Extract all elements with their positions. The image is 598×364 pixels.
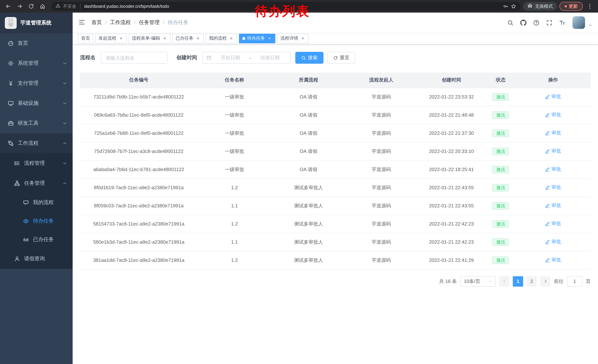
sidebar-item-done-tasks[interactable]: 已办任务 (0, 230, 73, 249)
cell-status: 激活 (486, 88, 515, 106)
approve-link[interactable]: 审批 (545, 202, 561, 209)
browser-reload-button[interactable] (27, 2, 36, 11)
goto-page-input[interactable] (567, 276, 582, 286)
sidebar-item-payment-management[interactable]: 支付管理 (0, 73, 73, 93)
incognito-label: 无痕模式 (535, 3, 553, 9)
edit-icon (545, 149, 550, 154)
cell-task-id: 58154733-7ac8-11ec-a9e2-a2380e71991a (80, 215, 198, 233)
monitor-icon (8, 100, 14, 106)
sidebar-item-infrastructure[interactable]: 基础设施 (0, 93, 73, 113)
status-badge: 激活 (493, 147, 509, 155)
page-button-1[interactable]: 1 (513, 276, 523, 286)
tab-done-tasks[interactable]: 已办任务 (172, 33, 204, 43)
font-size-icon[interactable] (557, 17, 567, 28)
update-button[interactable]: 更新 (559, 2, 583, 11)
approve-link[interactable]: 审批 (545, 148, 561, 155)
sidebar-item-todo-tasks[interactable]: 待办任务 (0, 212, 73, 230)
cell-task-name: 一级审批 (198, 160, 272, 178)
avatar[interactable] (573, 16, 585, 29)
cell-created-time: 2022-01-21 22:41:29 (417, 251, 486, 269)
yen-icon (8, 80, 14, 87)
breadcrumb-separator: / (134, 20, 136, 25)
sidebar-item-task-management[interactable]: 任务管理 (0, 173, 73, 193)
approve-link[interactable]: 审批 (545, 220, 561, 227)
sidebar-item-system-management[interactable]: 系统管理 (0, 53, 73, 73)
key-icon[interactable] (503, 4, 508, 9)
browser-back-button[interactable] (4, 2, 13, 11)
cell-task-id: 580e1b3d-7ac8-11ec-a9e2-a2380e71991a (80, 233, 198, 251)
sidebar-item-leave-query[interactable]: 请假查询 (0, 249, 73, 269)
column-header-initiator: 流程发起人 (346, 73, 417, 88)
cell-initiator: 芋道源码 (346, 233, 417, 251)
approve-link[interactable]: 审批 (545, 239, 561, 245)
sidebar-item-workflow[interactable]: 工作流程 (0, 133, 73, 153)
approve-link[interactable]: 审批 (545, 257, 561, 263)
sidebar-item-label: 系统管理 (18, 60, 39, 67)
sidebar-item-dev-tools[interactable]: 研发工具 (0, 113, 73, 133)
github-icon[interactable] (518, 17, 528, 28)
close-icon[interactable] (195, 36, 200, 41)
annotation-text: 待办列表 (255, 3, 310, 20)
cell-task-id: 069c6a63-7b8a-11ec-8ef0-acde48001122 (80, 106, 198, 124)
breadcrumb-item[interactable]: 任务管理 (139, 19, 160, 26)
close-icon[interactable] (229, 36, 234, 41)
breadcrumb-item[interactable]: 首页 (91, 19, 102, 26)
process-name-input[interactable] (101, 52, 167, 64)
search-icon[interactable] (505, 17, 515, 28)
help-icon[interactable] (531, 17, 541, 28)
approve-link[interactable]: 审批 (545, 112, 561, 118)
sidebar-menu: 首页系统管理支付管理基础设施研发工具工作流程流程管理任务管理我的流程待办任务已办… (0, 33, 73, 269)
edit-icon (545, 203, 550, 208)
tab-todo-tasks[interactable]: 待办任务 (239, 33, 275, 43)
next-page-button[interactable] (540, 276, 551, 286)
chevron-down-icon (63, 121, 67, 126)
table-row: 381aa1dd-7ac8-11ec-a9e2-a2380e71991a1.2测… (80, 251, 590, 269)
page-size-select[interactable]: 10条/页 (460, 276, 496, 286)
sidebar-item-label: 工作流程 (18, 140, 39, 147)
close-icon[interactable] (118, 36, 123, 41)
sidebar-item-process-management[interactable]: 流程管理 (0, 153, 73, 173)
person-icon (14, 256, 20, 262)
tab-my-process[interactable]: 我的流程 (206, 33, 237, 43)
cell-task-id: 8f0d1619-7ac8-11ec-a9e2-a2380e71991a (80, 178, 198, 197)
sidebar-item-label: 我的流程 (33, 199, 54, 206)
tab-process-form-edit[interactable]: 流程表单-编辑 (129, 33, 170, 43)
page-button-2[interactable]: 2 (526, 276, 537, 286)
fullscreen-icon[interactable] (544, 17, 554, 28)
page-buttons: 12 (513, 276, 537, 286)
chevron-down-icon (488, 279, 492, 283)
close-icon[interactable] (162, 36, 167, 41)
chat-bubble-icon (23, 199, 29, 206)
cell-task-id: 381aa1dd-7ac8-11ec-a9e2-a2380e71991a (80, 251, 198, 269)
approve-link[interactable]: 审批 (545, 130, 561, 137)
approve-link[interactable]: 审批 (545, 184, 561, 191)
approve-link[interactable]: 审批 (545, 94, 561, 100)
status-badge: 激活 (493, 93, 509, 101)
sidebar-item-home[interactable]: 首页 (0, 33, 73, 53)
browser-menu-button[interactable] (585, 2, 594, 11)
bookmark-star-icon[interactable] (511, 4, 516, 9)
prev-page-button[interactable] (499, 276, 509, 286)
top-navbar: 首页/工作流程/任务管理/待办任务 (73, 13, 598, 32)
reset-button[interactable]: 重置 (327, 52, 355, 64)
search-button[interactable]: 搜索 (295, 52, 324, 64)
close-icon[interactable] (267, 36, 272, 41)
sidebar-item-my-process[interactable]: 我的流程 (0, 193, 73, 212)
approve-link[interactable]: 审批 (545, 166, 561, 173)
app-logo[interactable]: 芋道管理系统 (0, 13, 73, 33)
date-range-picker[interactable]: 开始日期 - 结束日期 (202, 52, 291, 64)
browser-home-button[interactable] (38, 2, 47, 11)
sidebar-item-label: 待办任务 (33, 218, 54, 224)
tab-launch-process[interactable]: 发起流程 (95, 33, 127, 43)
tab-process-detail[interactable]: 流程详情 (277, 33, 309, 43)
url-text: dashboard.yudao.iocoder.cn/bpm/task/todo (84, 4, 169, 9)
tab-home[interactable]: 首页 (78, 33, 93, 43)
breadcrumb: 首页/工作流程/任务管理/待办任务 (91, 19, 188, 26)
sidebar-toggle-button[interactable] (79, 19, 86, 26)
browser-forward-button[interactable] (15, 2, 24, 11)
close-icon[interactable] (300, 36, 305, 41)
pagination: 共 16 条 10条/页 12 前往 页 (80, 276, 590, 286)
cell-task-name: 1.2 (198, 215, 272, 233)
breadcrumb-item[interactable]: 工作流程 (110, 19, 131, 26)
cell-status: 激活 (486, 142, 515, 160)
